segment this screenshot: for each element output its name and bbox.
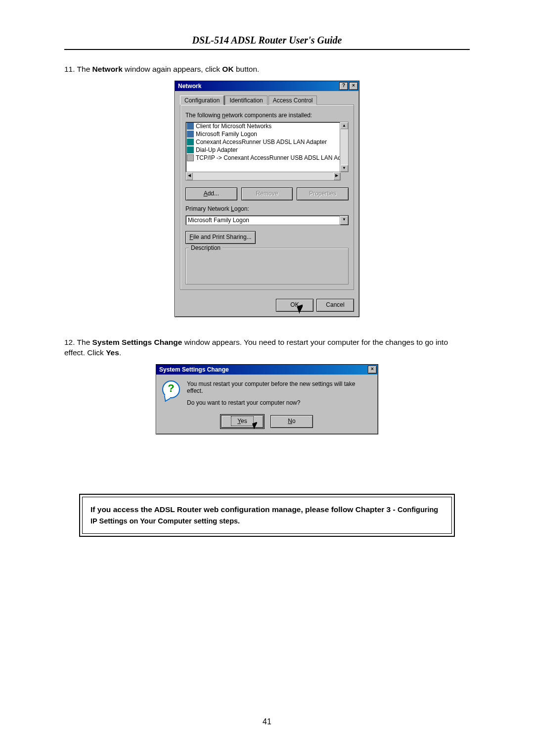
client-icon [187, 123, 194, 130]
list-item[interactable]: Conexant AccessRunner USB ADSL LAN Adapt… [186, 138, 340, 146]
t: The [77, 65, 92, 73]
description-groupbox: Description [185, 248, 349, 284]
scroll-track[interactable] [340, 129, 348, 165]
step-12-text: 12. The System Settings Change window ap… [64, 337, 470, 358]
list-item-label: Dial-Up Adapter [196, 146, 238, 153]
tab-configuration[interactable]: Configuration [180, 95, 224, 105]
yes-button[interactable]: Yes [221, 415, 264, 428]
header-rule [64, 49, 470, 50]
step-11-number: 11. [64, 65, 77, 73]
t: A [204, 190, 208, 197]
t: The following [185, 112, 222, 119]
note-text-bold: If you access the ADSL Router web config… [90, 505, 391, 514]
help-button[interactable]: ? [339, 82, 348, 90]
t: ile and Print Sharing... [193, 234, 252, 240]
no-button[interactable]: No [270, 415, 313, 428]
protocol-icon [187, 154, 194, 161]
primary-logon-value: Microsoft Family Logon [185, 215, 340, 225]
scroll-down-button[interactable]: ▼ [340, 165, 348, 172]
t: button. [234, 65, 260, 73]
list-item-label: TCP/IP -> Conexant AccessRunner USB ADSL… [196, 154, 340, 161]
close-button[interactable]: × [349, 82, 358, 90]
t: System Settings Change [92, 338, 182, 346]
network-dialog: Network ? × Configuration Identification… [175, 81, 359, 317]
file-print-sharing-button[interactable]: File and Print Sharing... [185, 231, 256, 244]
question-icon: ? [162, 380, 180, 398]
components-listbox[interactable]: Client for Microsoft Networks Microsoft … [185, 122, 340, 172]
scroll-left-button[interactable]: ◀ [186, 172, 193, 180]
t: etwork components are installed: [225, 112, 312, 119]
tab-panel-configuration: The following network components are ins… [180, 104, 354, 290]
t: The [77, 338, 92, 346]
list-item[interactable]: Microsoft Family Logon [186, 130, 340, 138]
step-12-number: 12. [64, 338, 77, 346]
scroll-track[interactable] [193, 172, 333, 180]
window-title: System Settings Change [159, 366, 229, 373]
t: es [241, 418, 247, 425]
t: ogon: [234, 205, 249, 212]
note-box: If you access the ADSL Router web config… [79, 494, 455, 537]
ok-button[interactable]: OK [276, 299, 313, 312]
installed-components-label: The following network components are ins… [185, 112, 349, 119]
t: Network [92, 65, 123, 73]
cancel-button[interactable]: Cancel [316, 299, 354, 312]
t: dd... [208, 190, 219, 197]
scroll-right-button[interactable]: ▶ [333, 172, 340, 180]
combo-dropdown-button[interactable]: ▼ [340, 215, 349, 225]
close-button[interactable]: × [368, 366, 377, 374]
message-line-2: Do you want to restart your computer now… [187, 399, 372, 406]
t: o [292, 418, 296, 425]
tab-strip: Configuration Identification Access Cont… [180, 95, 354, 104]
properties-button: Properties [297, 188, 349, 200]
description-label: Description [189, 244, 222, 251]
message-line-1: You must restart your computer before th… [187, 380, 372, 394]
t: Yes [106, 348, 119, 357]
list-item-label: Microsoft Family Logon [196, 131, 257, 138]
t: OK [222, 65, 233, 73]
primary-logon-label: Primary Network Logon: [185, 205, 349, 212]
add-button[interactable]: Add... [185, 188, 237, 200]
titlebar[interactable]: System Settings Change × [156, 365, 378, 375]
t: L [231, 205, 234, 212]
tab-access-control[interactable]: Access Control [268, 95, 317, 105]
t: n [222, 112, 225, 119]
list-item-label: Conexant AccessRunner USB ADSL LAN Adapt… [196, 139, 327, 145]
remove-button: Remove [241, 188, 293, 200]
system-settings-change-dialog: System Settings Change × ? You must rest… [156, 364, 378, 434]
horizontal-scrollbar[interactable]: ◀ ▶ [185, 172, 341, 181]
client-icon [187, 131, 194, 138]
primary-logon-combo[interactable]: Microsoft Family Logon ▼ [185, 215, 349, 225]
vertical-scrollbar[interactable]: ▲ ▼ [340, 122, 349, 172]
message-text: You must restart your computer before th… [187, 380, 372, 411]
t: F [189, 234, 193, 240]
t: . [119, 348, 121, 357]
tab-identification[interactable]: Identification [225, 95, 267, 105]
adapter-icon [187, 139, 194, 145]
window-title: Network [178, 83, 201, 90]
t: Primary Network [185, 205, 231, 212]
list-item-label: Client for Microsoft Networks [196, 123, 271, 130]
list-item[interactable]: Dial-Up Adapter [186, 146, 340, 154]
titlebar[interactable]: Network ? × [175, 81, 359, 91]
page-number: 41 [0, 717, 534, 726]
list-item[interactable]: Client for Microsoft Networks [186, 122, 340, 130]
t: - [391, 505, 398, 514]
list-item[interactable]: TCP/IP -> Conexant AccessRunner USB ADSL… [186, 154, 340, 162]
t: N [288, 418, 292, 425]
t: window again appears, click [123, 65, 222, 73]
page-header-title: DSL-514 ADSL Router User's Guide [64, 35, 470, 49]
scroll-up-button[interactable]: ▲ [340, 122, 348, 129]
step-11-text: 11. The Network window again appears, cl… [64, 64, 470, 75]
adapter-icon [187, 146, 194, 153]
